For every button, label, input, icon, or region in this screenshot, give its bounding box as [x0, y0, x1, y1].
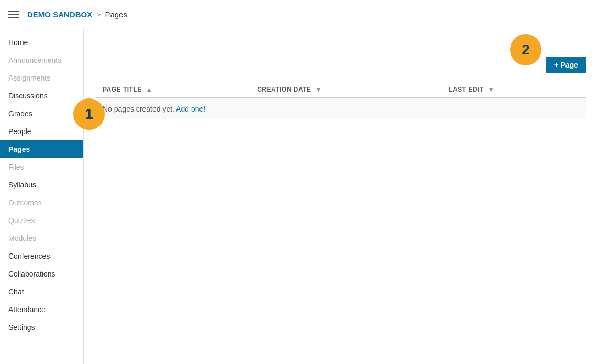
page-header-row: + Page	[96, 40, 586, 73]
breadcrumb: DEMO SANDBOX > Pages	[27, 10, 127, 19]
sidebar-item-grades[interactable]: Grades	[0, 105, 83, 123]
empty-message-text: No pages created yet.	[103, 105, 174, 113]
sidebar-item-attendance[interactable]: Attendance	[0, 301, 83, 318]
sidebar-item-conferences[interactable]: Conferences	[0, 247, 83, 265]
sidebar-item-syllabus[interactable]: Syllabus	[0, 176, 83, 194]
hamburger-icon[interactable]	[8, 11, 19, 18]
sidebar-item-outcomes: Outcomes	[0, 194, 83, 212]
sidebar-item-discussions[interactable]: Discussions	[0, 87, 83, 105]
sidebar: HomeAnnouncementsAssignmentsDiscussionsG…	[0, 29, 84, 364]
sidebar-item-pages[interactable]: Pages	[0, 140, 83, 158]
sidebar-item-announcements: Announcements	[0, 51, 83, 69]
sidebar-item-quizzes: Quizzes	[0, 212, 83, 229]
sort-arrow-page-title: ▲	[146, 86, 152, 93]
sidebar-item-chat[interactable]: Chat	[0, 283, 83, 301]
sort-arrow-creation-date: ▼	[315, 86, 321, 93]
breadcrumb-course[interactable]: DEMO SANDBOX	[27, 10, 92, 19]
top-bar: DEMO SANDBOX > Pages	[0, 0, 599, 29]
main-content: + Page PAGE TITLE ▲ CREATION DATE ▼ LAST…	[84, 29, 599, 364]
sidebar-item-people[interactable]: People	[0, 123, 83, 140]
empty-message-cell: No pages created yet. Add one!	[96, 98, 586, 119]
col-page-title[interactable]: PAGE TITLE ▲	[96, 82, 251, 98]
pages-table: PAGE TITLE ▲ CREATION DATE ▼ LAST EDIT ▼	[96, 82, 586, 119]
add-page-button[interactable]: + Page	[546, 57, 586, 73]
col-last-edit[interactable]: LAST EDIT ▼	[442, 82, 586, 98]
breadcrumb-separator: >	[96, 10, 101, 19]
sidebar-item-modules: Modules	[0, 229, 83, 247]
table-header-row: PAGE TITLE ▲ CREATION DATE ▼ LAST EDIT ▼	[96, 82, 586, 98]
sidebar-item-settings[interactable]: Settings	[0, 318, 83, 336]
sidebar-item-files: Files	[0, 158, 83, 176]
add-one-link[interactable]: Add one!	[176, 105, 205, 113]
main-layout: HomeAnnouncementsAssignmentsDiscussionsG…	[0, 29, 599, 364]
sidebar-item-home[interactable]: Home	[0, 34, 83, 51]
col-creation-date[interactable]: CREATION DATE ▼	[251, 82, 442, 98]
sort-arrow-last-edit: ▼	[488, 86, 494, 93]
sidebar-item-collaborations[interactable]: Collaborations	[0, 265, 83, 283]
table-empty-row: No pages created yet. Add one!	[96, 98, 586, 119]
breadcrumb-current-page: Pages	[105, 10, 127, 19]
sidebar-item-assignments: Assignments	[0, 69, 83, 87]
